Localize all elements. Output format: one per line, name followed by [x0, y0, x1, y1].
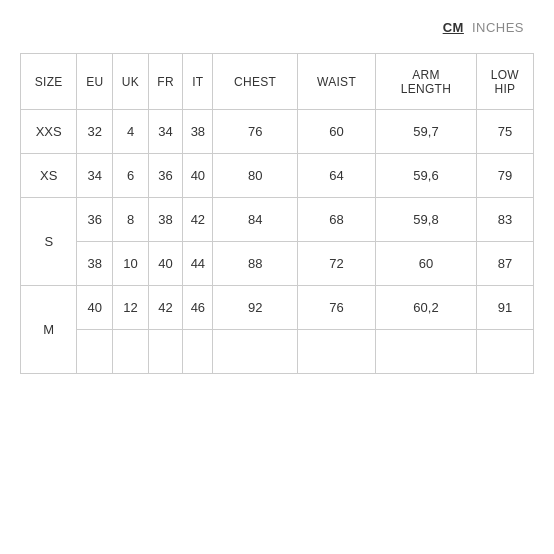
cell-xs-waist: 64	[297, 154, 375, 198]
unit-toggle: CM INCHES	[20, 20, 534, 35]
cell-m1-chest: 92	[213, 286, 297, 330]
col-header-arm-length: ARMLENGTH	[376, 54, 477, 110]
cell-xs-fr: 36	[148, 154, 182, 198]
cell-m2-hip	[476, 330, 533, 374]
cell-m2-waist	[297, 330, 375, 374]
col-header-uk: UK	[113, 54, 149, 110]
table-row: 38 10 40 44 88 72 60 87	[21, 242, 534, 286]
col-header-fr: FR	[148, 54, 182, 110]
cell-m1-arm: 60,2	[376, 286, 477, 330]
cell-s2-uk: 10	[113, 242, 149, 286]
cell-m1-uk: 12	[113, 286, 149, 330]
cell-s1-arm: 59,8	[376, 198, 477, 242]
cell-s1-chest: 84	[213, 198, 297, 242]
cell-xs-it: 40	[183, 154, 213, 198]
table-row: XXS 32 4 34 38 76 60 59,7 75	[21, 110, 534, 154]
col-header-it: IT	[183, 54, 213, 110]
cell-xxs-chest: 76	[213, 110, 297, 154]
cell-m1-waist: 76	[297, 286, 375, 330]
cell-s2-chest: 88	[213, 242, 297, 286]
cell-xxs-fr: 34	[148, 110, 182, 154]
cell-m1-it: 46	[183, 286, 213, 330]
col-header-chest: CHEST	[213, 54, 297, 110]
cell-xs-hip: 79	[476, 154, 533, 198]
cell-xxs-eu: 32	[77, 110, 113, 154]
col-header-eu: EU	[77, 54, 113, 110]
cell-s2-fr: 40	[148, 242, 182, 286]
cell-xs-chest: 80	[213, 154, 297, 198]
unit-inches[interactable]: INCHES	[472, 20, 524, 35]
cell-m1-eu: 40	[77, 286, 113, 330]
cell-s1-eu: 36	[77, 198, 113, 242]
cell-m2-arm	[376, 330, 477, 374]
cell-xxs-uk: 4	[113, 110, 149, 154]
cell-xs-arm: 59,6	[376, 154, 477, 198]
page-wrapper: CM INCHES SIZE EU UK FR IT CHEST WAIST A…	[0, 0, 554, 554]
size-table: SIZE EU UK FR IT CHEST WAIST ARMLENGTH L…	[20, 53, 534, 374]
cell-m2-eu	[77, 330, 113, 374]
cell-xxs-hip: 75	[476, 110, 533, 154]
table-header-row: SIZE EU UK FR IT CHEST WAIST ARMLENGTH L…	[21, 54, 534, 110]
cell-s2-eu: 38	[77, 242, 113, 286]
col-header-low-hip: LOWHIP	[476, 54, 533, 110]
col-header-size: SIZE	[21, 54, 77, 110]
table-row: S 36 8 38 42 84 68 59,8 83	[21, 198, 534, 242]
col-header-waist: WAIST	[297, 54, 375, 110]
cell-s1-waist: 68	[297, 198, 375, 242]
cell-s2-hip: 87	[476, 242, 533, 286]
size-m: M	[21, 286, 77, 374]
size-xxs: XXS	[21, 110, 77, 154]
cell-m2-fr	[148, 330, 182, 374]
cell-s2-it: 44	[183, 242, 213, 286]
size-s: S	[21, 198, 77, 286]
size-xs: XS	[21, 154, 77, 198]
cell-m2-uk	[113, 330, 149, 374]
cell-m1-fr: 42	[148, 286, 182, 330]
cell-xs-uk: 6	[113, 154, 149, 198]
cell-xxs-arm: 59,7	[376, 110, 477, 154]
cell-s1-it: 42	[183, 198, 213, 242]
cell-xxs-waist: 60	[297, 110, 375, 154]
cell-s1-fr: 38	[148, 198, 182, 242]
cell-m2-it	[183, 330, 213, 374]
table-row	[21, 330, 534, 374]
cell-s2-waist: 72	[297, 242, 375, 286]
cell-s1-uk: 8	[113, 198, 149, 242]
cell-m1-hip: 91	[476, 286, 533, 330]
cell-s2-arm: 60	[376, 242, 477, 286]
table-row: XS 34 6 36 40 80 64 59,6 79	[21, 154, 534, 198]
cell-xxs-it: 38	[183, 110, 213, 154]
unit-cm[interactable]: CM	[443, 20, 464, 35]
cell-m2-chest	[213, 330, 297, 374]
cell-xs-eu: 34	[77, 154, 113, 198]
table-row: M 40 12 42 46 92 76 60,2 91	[21, 286, 534, 330]
cell-s1-hip: 83	[476, 198, 533, 242]
